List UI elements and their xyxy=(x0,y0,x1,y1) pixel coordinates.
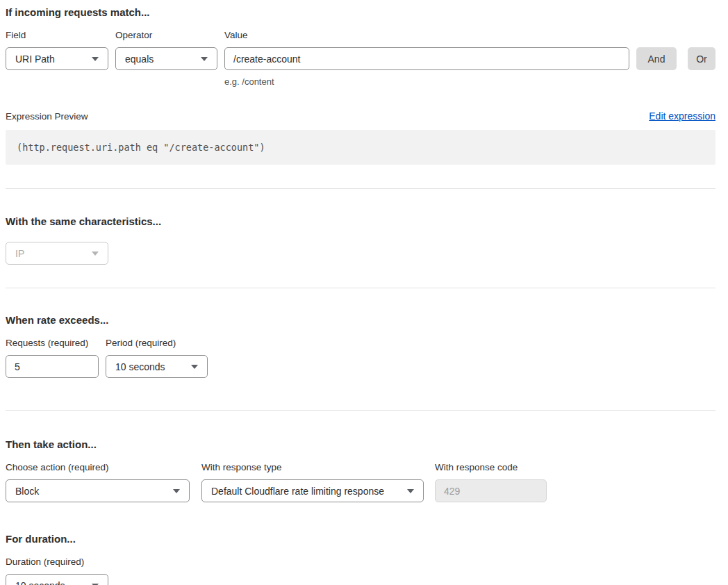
duration-group: Duration (required) 10 seconds xyxy=(6,557,715,585)
field-group: Field URI Path xyxy=(6,30,108,70)
period-label: Period (required) xyxy=(106,338,208,348)
chevron-down-icon xyxy=(407,489,414,493)
operator-label: Operator xyxy=(115,30,217,40)
response-code-input xyxy=(435,479,547,502)
chevron-down-icon xyxy=(191,365,198,369)
section-divider xyxy=(6,410,715,411)
response-type-group: With response type Default Cloudflare ra… xyxy=(201,462,424,502)
duration-select-value: 10 seconds xyxy=(15,580,65,585)
or-button[interactable]: Or xyxy=(688,47,715,70)
section-divider xyxy=(6,288,715,288)
chevron-down-icon xyxy=(92,57,99,61)
match-condition-row: Field URI Path Operator equals Value e.g… xyxy=(6,30,715,87)
choose-action-select[interactable]: Block xyxy=(6,479,190,502)
expression-preview-label: Expression Preview xyxy=(6,111,88,122)
characteristic-select: IP xyxy=(6,242,108,265)
duration-label: Duration (required) xyxy=(6,557,715,567)
duration-section-heading: For duration... xyxy=(6,532,715,545)
requests-input[interactable] xyxy=(6,355,99,378)
rate-row: Requests (required) Period (required) 10… xyxy=(6,338,715,378)
response-code-label: With response code xyxy=(435,462,547,472)
rate-section-heading: When rate exceeds... xyxy=(6,313,715,327)
response-type-label: With response type xyxy=(201,462,424,472)
expression-preview-code: (http.request.uri.path eq "/create-accou… xyxy=(6,130,715,165)
section-divider xyxy=(6,188,715,189)
choose-action-select-value: Block xyxy=(15,486,39,497)
choose-action-label: Choose action (required) xyxy=(6,462,190,472)
match-section-heading: If incoming requests match... xyxy=(6,6,715,19)
characteristic-select-value: IP xyxy=(15,248,24,259)
chevron-down-icon xyxy=(201,57,208,61)
period-select[interactable]: 10 seconds xyxy=(106,355,208,378)
chevron-down-icon xyxy=(173,489,180,493)
response-code-group: With response code xyxy=(435,462,547,502)
edit-expression-link[interactable]: Edit expression xyxy=(649,111,715,122)
action-section-heading: Then take action... xyxy=(6,438,715,451)
field-label: Field xyxy=(6,30,108,40)
requests-group: Requests (required) xyxy=(6,338,99,378)
operator-select-value: equals xyxy=(125,53,154,65)
rate-limiting-rule-form: If incoming requests match... Field URI … xyxy=(0,0,728,585)
requests-label: Requests (required) xyxy=(6,338,99,348)
duration-select[interactable]: 10 seconds xyxy=(6,574,108,585)
value-hint: e.g. /content xyxy=(224,76,629,87)
action-row: Choose action (required) Block With resp… xyxy=(6,462,715,502)
chevron-down-icon xyxy=(92,252,99,256)
operator-select[interactable]: equals xyxy=(115,47,217,70)
response-type-select-value: Default Cloudflare rate limiting respons… xyxy=(211,486,384,497)
value-group: Value e.g. /content xyxy=(224,30,629,87)
period-group: Period (required) 10 seconds xyxy=(106,338,208,378)
operator-group: Operator equals xyxy=(115,30,217,70)
and-button[interactable]: And xyxy=(636,47,677,70)
characteristics-section-heading: With the same characteristics... xyxy=(6,215,715,228)
expression-preview-header: Expression Preview Edit expression xyxy=(6,111,715,122)
value-input[interactable] xyxy=(224,47,629,70)
field-select[interactable]: URI Path xyxy=(6,47,108,70)
period-select-value: 10 seconds xyxy=(115,361,165,372)
value-label: Value xyxy=(224,30,629,40)
response-type-select[interactable]: Default Cloudflare rate limiting respons… xyxy=(201,479,424,502)
field-select-value: URI Path xyxy=(15,53,55,65)
choose-action-group: Choose action (required) Block xyxy=(6,462,190,502)
